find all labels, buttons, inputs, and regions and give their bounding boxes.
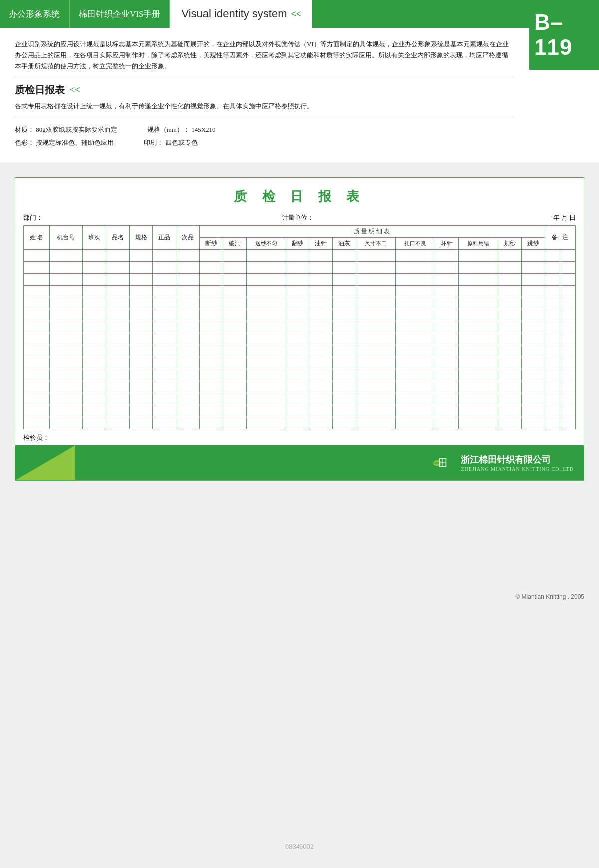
table-cell [545,309,560,321]
table-cell [286,381,309,393]
table-cell [435,286,458,297]
table-cell [246,381,286,393]
header-tab2[interactable]: 棉田针织企业VIS手册 [70,0,170,28]
table-cell [395,381,435,393]
table-cell [106,321,129,333]
table-cell [560,405,576,417]
table-cell [332,262,356,274]
spec-row1: 材质： 80g双胶纸或按实际要求而定 规格（mm）： 145X210 [15,123,514,136]
table-cell [129,369,153,381]
table-cell [395,369,435,381]
table-cell [246,417,286,429]
th-machine: 机台号 [49,226,82,250]
table-cell [458,417,498,429]
dept-label: 部门： [23,213,43,222]
table-cell [176,393,200,405]
table-cell [395,357,435,369]
divider2 [15,117,514,117]
table-cell [82,297,106,309]
print-label: 印刷： 四色或专色 [144,136,197,149]
table-cell [498,393,521,405]
table-cell [82,393,106,405]
table-cell [106,286,129,297]
table-cell [356,262,395,274]
table-cell [458,297,498,309]
table-cell [200,333,223,345]
table-cell [49,309,82,321]
table-cell [82,357,106,369]
table-cell [545,286,560,297]
table-cell [286,286,309,297]
table-cell [435,345,458,357]
print-label-text: 印刷： [144,139,163,146]
table-cell [498,309,521,321]
form-meta: 部门： 计量单位： 年 月 日 [23,213,576,222]
table-cell [223,297,246,309]
table-cell [545,250,560,262]
table-cell [521,405,545,417]
table-cell [498,262,521,274]
table-cell [395,250,435,262]
table-cell [356,309,395,321]
header-tab1[interactable]: 办公形象系统 [0,0,70,28]
table-cell [545,321,560,333]
table-cell [246,405,286,417]
table-cell [153,345,176,357]
table-cell [153,321,176,333]
th-sub2: 破洞 [223,238,246,250]
table-cell [176,250,200,262]
table-cell [24,381,50,393]
table-cell [153,297,176,309]
table-cell [309,321,332,333]
table-cell [106,405,129,417]
table-cell [286,333,309,345]
table-cell [153,274,176,286]
spec-info: 材质： 80g双胶纸或按实际要求而定 规格（mm）： 145X210 色彩： 按… [15,123,514,149]
table-cell [246,297,286,309]
table-cell [24,321,50,333]
table-cell [200,309,223,321]
table-cell [82,274,106,286]
table-row [24,286,576,297]
th-defect: 次品 [176,226,200,250]
table-cell [223,321,246,333]
table-cell [246,357,286,369]
table-cell [246,333,286,345]
th-sub5: 油针 [309,238,332,250]
table-cell [545,381,560,393]
table-cell [106,333,129,345]
print-value: 四色或专色 [165,139,198,146]
section-desc: 各式专用表格都在设计上统一规范，有利于传递企业个性化的视觉形象。在具体实施中应严… [15,101,514,112]
table-cell [498,297,521,309]
section-title: 质检日报表 [15,83,65,97]
table-cell [545,333,560,345]
table-cell [176,369,200,381]
table-cell [129,417,153,429]
table-row [24,381,576,393]
table-cell [521,286,545,297]
table-cell [24,333,50,345]
table-cell [545,417,560,429]
table-cell [332,286,356,297]
table-cell [24,274,50,286]
section-chevron-icon: << [70,85,80,95]
table-row [24,309,576,321]
table-cell [498,369,521,381]
th-sub7: 尺寸不二 [356,238,395,250]
table-cell [49,321,82,333]
table-cell [200,381,223,393]
table-cell [106,309,129,321]
th-note: 备 注 [545,226,575,250]
table-cell [458,333,498,345]
table-cell [153,333,176,345]
table-cell [223,357,246,369]
table-cell [200,405,223,417]
table-cell [560,393,576,405]
table-cell [129,333,153,345]
ref-number: 08346002 [285,843,314,850]
table-cell [498,286,521,297]
th-good: 正品 [153,226,176,250]
table-cell [106,393,129,405]
table-cell [309,333,332,345]
table-cell [176,333,200,345]
